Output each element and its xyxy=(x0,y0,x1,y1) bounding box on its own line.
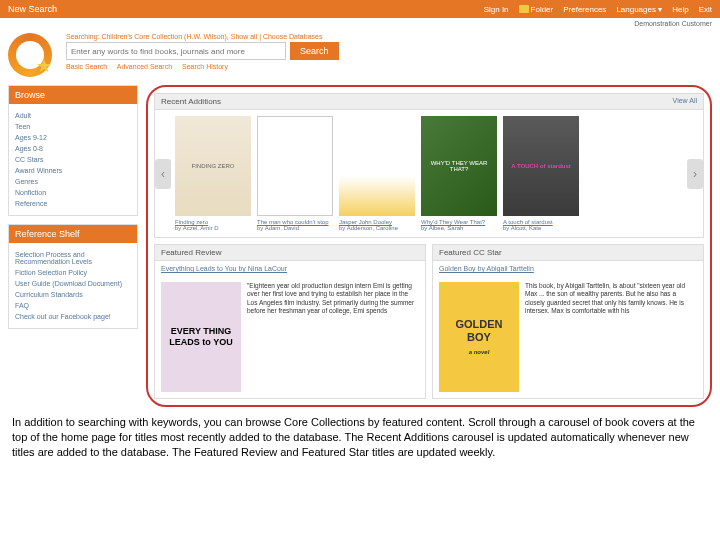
chevron-down-icon: ▾ xyxy=(658,5,662,14)
folder-icon xyxy=(519,5,529,13)
book-author[interactable]: by Aczel, Amir D xyxy=(175,225,251,231)
book-cover[interactable]: FINDING ZERO xyxy=(175,116,251,216)
featured-star-cover[interactable]: GOLDEN BOYa novel xyxy=(439,282,519,392)
browse-item-5[interactable]: Award Winners xyxy=(15,165,131,176)
carousel-next-button[interactable]: › xyxy=(687,159,703,189)
browse-item-3[interactable]: Ages 0-8 xyxy=(15,143,131,154)
preferences-link[interactable]: Preferences xyxy=(563,5,606,14)
book-cover[interactable]: WHY'D THEY WEAR THAT? xyxy=(421,116,497,216)
sign-in-link[interactable]: Sign In xyxy=(484,5,509,14)
languages-link[interactable]: Languages ▾ xyxy=(616,5,662,14)
book-cover[interactable] xyxy=(257,116,333,216)
featured-review-text: "Eighteen year old production design int… xyxy=(247,282,419,392)
recent-additions-head: Recent Additions xyxy=(161,97,221,106)
view-all-link[interactable]: View All xyxy=(673,97,697,106)
book-item[interactable]: A TOUCH of stardustA touch of stardustby… xyxy=(503,116,579,231)
browse-item-2[interactable]: Ages 9-12 xyxy=(15,132,131,143)
exit-link[interactable]: Exit xyxy=(699,5,712,14)
browse-item-7[interactable]: Nonfiction xyxy=(15,187,131,198)
book-item[interactable]: Jasper John Dooleyby Adderson, Caroline xyxy=(339,116,415,231)
book-author[interactable]: by Albee, Sarah xyxy=(421,225,497,231)
book-item[interactable]: WHY'D THEY WEAR THAT?Why'd They Wear Tha… xyxy=(421,116,497,231)
refshelf-panel-head: Reference Shelf xyxy=(9,225,137,243)
book-cover[interactable]: A TOUCH of stardust xyxy=(503,116,579,216)
browse-item-1[interactable]: Teen xyxy=(15,121,131,132)
refshelf-item-3[interactable]: Curriculum Standards xyxy=(15,289,131,300)
browse-item-8[interactable]: Reference xyxy=(15,198,131,209)
basic-search-link[interactable]: Basic Search xyxy=(66,63,107,70)
featured-content-region: Recent Additions View All ‹ FINDING ZERO… xyxy=(146,85,712,407)
folder-link[interactable]: Folder xyxy=(519,5,554,14)
search-scope[interactable]: Searching: Children's Core Collection (H… xyxy=(66,33,712,40)
featured-review-cover[interactable]: EVERY THING LEADS to YOU xyxy=(161,282,241,392)
demo-customer-label: Demonstration Customer xyxy=(0,18,720,29)
help-link[interactable]: Help xyxy=(672,5,688,14)
browse-item-0[interactable]: Adult xyxy=(15,110,131,121)
book-author[interactable]: by Adderson, Caroline xyxy=(339,225,415,231)
slide-caption: In addition to searching with keywords, … xyxy=(0,407,720,468)
new-search-link[interactable]: New Search xyxy=(8,4,57,14)
refshelf-item-5[interactable]: Check out our Facebook page! xyxy=(15,311,131,322)
search-button[interactable]: Search xyxy=(290,42,339,60)
book-author[interactable]: by Alcott, Kate xyxy=(503,225,579,231)
search-input[interactable] xyxy=(66,42,286,60)
book-item[interactable]: The man who couldn't stopby Adam, David xyxy=(257,116,333,231)
refshelf-item-1[interactable]: Fiction Selection Policy xyxy=(15,267,131,278)
browse-panel-head: Browse xyxy=(9,86,137,104)
search-history-link[interactable]: Search History xyxy=(182,63,228,70)
refshelf-item-2[interactable]: User Guide (Download Document) xyxy=(15,278,131,289)
featured-review-head: Featured Review xyxy=(161,248,221,257)
refshelf-item-0[interactable]: Selection Process and Recommendation Lev… xyxy=(15,249,131,267)
featured-star-text: This book, by Abigail Tarttelin, is abou… xyxy=(525,282,697,392)
browse-item-6[interactable]: Genres xyxy=(15,176,131,187)
advanced-search-link[interactable]: Advanced Search xyxy=(117,63,172,70)
refshelf-item-4[interactable]: FAQ xyxy=(15,300,131,311)
featured-star-title[interactable]: Golden Boy by Abigail Tarttelin xyxy=(433,261,703,276)
logo[interactable]: ★ xyxy=(8,33,56,81)
carousel-prev-button[interactable]: ‹ xyxy=(155,159,171,189)
browse-item-4[interactable]: CC Stars xyxy=(15,154,131,165)
featured-star-head: Featured CC Star xyxy=(439,248,502,257)
book-item[interactable]: FINDING ZEROFinding zeroby Aczel, Amir D xyxy=(175,116,251,231)
star-icon: ★ xyxy=(36,55,52,77)
featured-review-title[interactable]: Everything Leads to You by Nina LaCour xyxy=(155,261,425,276)
book-author[interactable]: by Adam, David xyxy=(257,225,333,231)
book-cover[interactable] xyxy=(339,116,415,216)
